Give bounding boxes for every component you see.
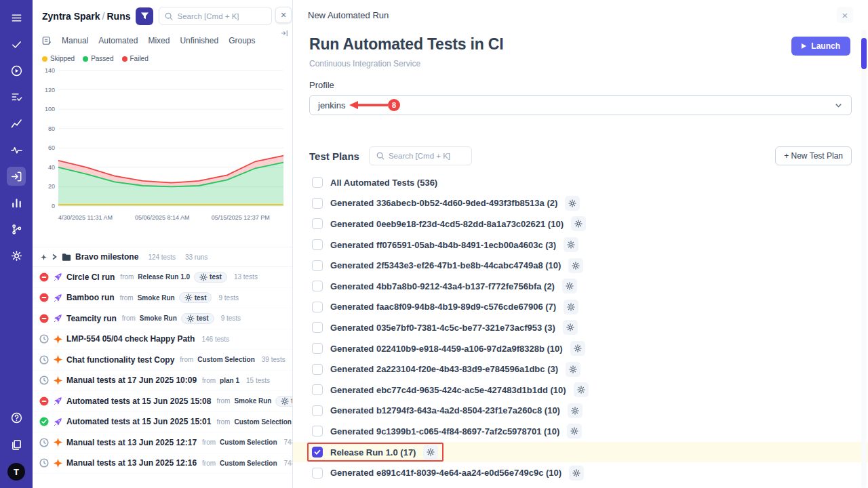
runs-search-input[interactable]	[177, 12, 266, 20]
breadcrumb-project[interactable]: Zyntra Spark	[42, 11, 100, 22]
tab-groups[interactable]: Groups	[229, 36, 255, 45]
test-plan-row[interactable]: Release Run 1.0 (17)	[293, 442, 868, 463]
test-plan-row[interactable]: Generated faac8f09-94b8-4b19-89d9-c576cd…	[293, 297, 868, 318]
sidebar-item-pulse[interactable]	[7, 140, 26, 159]
plan-checkbox[interactable]	[312, 343, 323, 354]
run-source[interactable]: Smoke Run	[234, 397, 271, 405]
sidebar-item-help[interactable]	[7, 408, 26, 427]
test-plan-row[interactable]: Generated 4bb7a8b0-9212-43a4-b137-f772fe…	[293, 276, 868, 297]
sidebar-item-branch[interactable]	[7, 220, 26, 239]
run-title[interactable]: Automated tests at 15 Jun 2025 15:01	[66, 417, 211, 426]
runs-search[interactable]	[159, 7, 272, 25]
plan-settings-button[interactable]	[562, 279, 577, 293]
plan-settings-button[interactable]	[564, 300, 578, 314]
plan-settings-button[interactable]	[567, 424, 582, 439]
plan-checkbox[interactable]	[312, 468, 323, 479]
run-row[interactable]: Circle CI runfromRelease Run 1.0test13 t…	[33, 267, 292, 288]
plan-checkbox[interactable]	[312, 364, 323, 375]
tab-unfinished[interactable]: Unfinished	[180, 36, 218, 45]
test-plan-row[interactable]: Generated 035e7bf0-7381-4c5c-be77-321e73…	[293, 317, 868, 338]
sidebar-item-play-circle[interactable]	[7, 61, 26, 80]
run-title[interactable]: Teamcity run	[66, 314, 117, 323]
plan-checkbox[interactable]	[312, 405, 323, 416]
run-title[interactable]: Manual tests at 13 Jun 2025 12:17	[66, 438, 197, 447]
plan-label[interactable]: Generated 9c1399b1-c065-4f84-8697-7af2c5…	[330, 426, 559, 436]
plan-settings-button[interactable]	[574, 382, 589, 397]
run-title[interactable]: Manual tests at 13 Jun 2025 12:16	[66, 458, 197, 468]
plan-label[interactable]: Generated 035e7bf0-7381-4c5c-be77-321e73…	[330, 323, 555, 333]
plan-label[interactable]: All Automated Tests (536)	[330, 178, 437, 188]
plan-settings-button[interactable]	[570, 341, 585, 356]
plan-label[interactable]: Generated 4bb7a8b0-9212-43a4-b137-f772fe…	[330, 281, 555, 291]
plan-label[interactable]: Generated ebc77c4d-9635-424c-ac5e-427483…	[330, 385, 566, 395]
run-row[interactable]: Manual tests at 13 Jun 2025 12:16fromCus…	[33, 453, 292, 474]
plan-label[interactable]: Generated 2f5343e3-ef26-47b1-be8b-44cabc…	[330, 260, 561, 270]
plan-checkbox[interactable]	[312, 426, 323, 436]
sidebar-item-logo[interactable]: T	[7, 462, 26, 481]
plan-checkbox[interactable]	[312, 384, 323, 395]
run-title[interactable]: Automated tests at 15 Jun 2025 15:08	[66, 396, 211, 406]
sidebar-item-check[interactable]	[7, 35, 26, 54]
plan-checkbox[interactable]	[312, 260, 323, 271]
test-plan-row[interactable]: Generated e891c41f-8039-4e64-aa24-e0d56e…	[293, 462, 868, 483]
run-row[interactable]: Automated tests at 15 Jun 2025 15:08from…	[33, 391, 292, 412]
plan-checkbox[interactable]	[312, 281, 323, 291]
sidebar-item-run-list[interactable]	[7, 87, 26, 106]
test-plan-row[interactable]: Generated 022410b9-e918-4459-a106-97d2a9…	[293, 338, 868, 359]
plan-label[interactable]: Generated 2a223104-f20e-4b43-83d9-e78459…	[330, 364, 558, 374]
run-title[interactable]: Chat functionality test Copy	[66, 355, 174, 365]
test-plan-row[interactable]: Generated 336abecb-0b52-4d60-9ded-493f3f…	[293, 193, 868, 214]
tab-automated[interactable]: Automated	[98, 36, 138, 45]
new-test-plan-button[interactable]: + New Test Plan	[775, 146, 852, 165]
plan-label[interactable]: Generated 022410b9-e918-4459-a106-97d2a9…	[330, 344, 563, 354]
plan-label[interactable]: Generated b12794f3-643a-4a2d-8504-23f1e7…	[330, 405, 560, 415]
run-row[interactable]: Manual tests at 13 Jun 2025 12:17fromCus…	[33, 432, 292, 453]
plans-search[interactable]	[369, 146, 472, 165]
run-title[interactable]: LMP-554 05/04 check Happy Path	[66, 334, 195, 344]
plan-checkbox[interactable]	[312, 177, 323, 188]
test-plan-row[interactable]: All Automated Tests (536)	[293, 172, 868, 193]
milestone-name[interactable]: Bravo milestone	[75, 252, 138, 262]
plan-checkbox[interactable]	[312, 322, 323, 333]
tab-manual[interactable]: Manual	[62, 36, 88, 45]
plan-checkbox[interactable]	[312, 302, 323, 312]
run-row[interactable]: Chat functionality test CopyfromCustom S…	[33, 350, 292, 371]
test-plan-row[interactable]: Generated ebc77c4d-9635-424c-ac5e-427483…	[293, 380, 868, 401]
milestone-row[interactable]: Bravo milestone 124 tests 33 runs	[33, 247, 292, 267]
sidebar-item-line-chart[interactable]	[7, 114, 26, 133]
collapse-panel-icon[interactable]	[278, 27, 290, 39]
test-plan-row[interactable]: Generated b12794f3-643a-4a2d-8504-23f1e7…	[293, 401, 868, 422]
run-source[interactable]: Custom Selection	[197, 356, 254, 363]
plan-label[interactable]: Generated 0eeb9e18-f23d-4cd5-82dd-8a1a73…	[330, 219, 564, 229]
run-source[interactable]: Custom Selection	[234, 418, 291, 426]
run-source[interactable]: plan 1	[220, 377, 239, 384]
plan-settings-button[interactable]	[569, 466, 584, 481]
plan-settings-button[interactable]	[565, 196, 580, 211]
plan-label[interactable]: Generated 336abecb-0b52-4d60-9ded-493f3f…	[330, 198, 557, 208]
run-source[interactable]: Release Run 1.0	[138, 273, 190, 281]
run-row[interactable]: Manual tests at 17 Jun 2025 10:09frompla…	[33, 371, 292, 392]
plan-checkbox[interactable]	[312, 239, 323, 250]
plan-settings-button[interactable]	[564, 237, 578, 252]
run-title[interactable]: Manual tests at 17 Jun 2025 10:09	[66, 375, 197, 385]
test-plan-row[interactable]: Generated 2f5343e3-ef26-47b1-be8b-44cabc…	[293, 255, 868, 276]
plan-checkbox[interactable]	[312, 198, 323, 209]
close-panel-button[interactable]: ×	[275, 7, 292, 23]
plan-label[interactable]: Release Run 1.0 (17)	[330, 447, 416, 458]
plan-label[interactable]: Generated faac8f09-94b8-4b19-89d9-c576cd…	[330, 302, 556, 312]
plan-settings-button[interactable]	[568, 403, 583, 418]
sidebar-item-docs[interactable]	[7, 435, 26, 454]
close-dialog-button[interactable]: ×	[837, 7, 853, 23]
run-row[interactable]: Bamboo runfromSmoke Runtest9 tests	[33, 288, 292, 309]
plan-settings-button[interactable]	[563, 320, 578, 335]
plan-checkbox[interactable]	[312, 218, 323, 229]
test-plan-row[interactable]: Generated 2a223104-f20e-4b43-83d9-e78459…	[293, 359, 868, 380]
plan-settings-button[interactable]	[568, 258, 583, 273]
run-source[interactable]: Smoke Run	[140, 314, 177, 322]
launch-button[interactable]: Launch	[791, 37, 850, 56]
run-row[interactable]: Teamcity runfromSmoke Runtest9 tests	[33, 308, 292, 329]
chevron-right-icon[interactable]	[51, 253, 58, 260]
run-source[interactable]: Custom Selection	[220, 439, 277, 446]
plan-settings-button[interactable]	[423, 445, 438, 460]
tab-mixed[interactable]: Mixed	[148, 36, 170, 45]
